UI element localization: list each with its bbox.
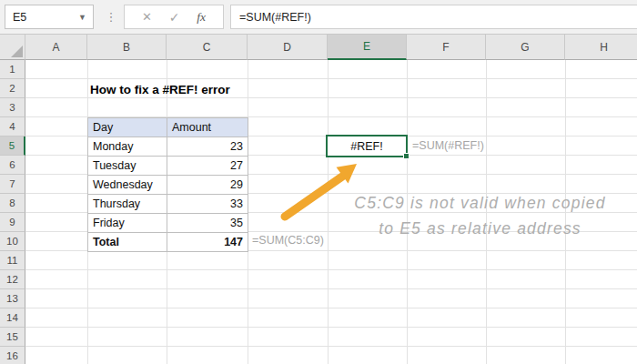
table-cell[interactable]: Day [88, 118, 167, 137]
name-box-value[interactable]: E5 [5, 11, 78, 24]
row-header-1[interactable]: 1 [0, 60, 25, 79]
name-box[interactable]: E5 ▼ [5, 5, 94, 29]
table-cell[interactable]: Total [88, 233, 167, 252]
formula-input-value: =SUM(#REF!) [231, 11, 311, 24]
select-all-corner[interactable] [0, 35, 25, 60]
column-header-b[interactable]: B [87, 35, 167, 60]
column-header-h[interactable]: H [565, 35, 637, 60]
row-header-16[interactable]: 16 [0, 347, 25, 364]
sheet-title[interactable]: How to fix a #REF! error [90, 80, 230, 99]
annotation-line2: to E5 as relative address [328, 219, 632, 238]
column-header-e[interactable]: E [328, 35, 407, 60]
row-header-14[interactable]: 14 [0, 308, 25, 328]
table-cell[interactable]: Monday [88, 137, 167, 157]
table-cell[interactable]: Thursday [88, 195, 167, 214]
table-cell[interactable]: Tuesday [88, 157, 167, 176]
row-header-2[interactable]: 2 [0, 79, 25, 98]
table-cell[interactable]: 147 [167, 233, 248, 252]
column-header-d[interactable]: D [248, 35, 328, 60]
table-cell[interactable]: Friday [88, 214, 167, 233]
row-headers: 12345678910111213141516 [0, 60, 25, 364]
formula-buttons: ✕ ✓ fx [124, 5, 224, 29]
data-table: DayAmountMonday23Tuesday27Wednesday29Thu… [87, 117, 248, 252]
formula-input[interactable]: =SUM(#REF!) [230, 5, 637, 29]
row-header-4[interactable]: 4 [0, 117, 25, 136]
table-cell[interactable]: Wednesday [88, 176, 167, 195]
column-header-a[interactable]: A [25, 35, 87, 60]
row-header-7[interactable]: 7 [0, 175, 25, 194]
row-header-13[interactable]: 13 [0, 289, 25, 308]
row-header-9[interactable]: 9 [0, 213, 25, 232]
insert-function-icon[interactable]: fx [197, 10, 206, 25]
formula-hint-total[interactable]: =SUM(C5:C9) [252, 231, 324, 250]
column-header-f[interactable]: F [407, 35, 486, 60]
name-box-dropdown-icon[interactable]: ▼ [78, 13, 93, 22]
row-header-11[interactable]: 11 [0, 251, 25, 270]
column-headers: ABCDEFGH [25, 35, 637, 60]
row-header-10[interactable]: 10 [0, 232, 25, 251]
row-header-5[interactable]: 5 [0, 136, 25, 156]
selected-cell-value: #REF! [350, 140, 382, 153]
select-all-triangle-icon [11, 46, 23, 57]
selected-cell-e5[interactable]: #REF! [326, 135, 408, 157]
table-cell[interactable]: 35 [167, 214, 248, 233]
row-header-15[interactable]: 15 [0, 328, 25, 347]
formula-hint-e5[interactable]: =SUM(#REF!) [412, 136, 484, 156]
annotation-arrow-icon [273, 158, 364, 227]
enter-icon[interactable]: ✓ [169, 10, 180, 25]
formula-bar-chrome: E5 ▼ ⋮ ✕ ✓ fx =SUM(#REF!) [0, 0, 637, 35]
table-cell[interactable]: 27 [167, 157, 248, 176]
drag-handle-dots-icon: ⋮ [104, 5, 118, 29]
table-cell[interactable]: 29 [167, 176, 248, 195]
annotation-line1: C5:C9 is not valid when copied [328, 194, 632, 213]
row-header-8[interactable]: 8 [0, 194, 25, 213]
table-cell[interactable]: Amount [167, 118, 248, 137]
table-cell[interactable]: 33 [167, 195, 248, 214]
row-header-6[interactable]: 6 [0, 156, 25, 175]
cancel-icon[interactable]: ✕ [142, 10, 152, 24]
fill-handle[interactable] [403, 153, 410, 159]
table-cell[interactable]: 23 [167, 137, 248, 157]
column-header-g[interactable]: G [486, 35, 565, 60]
row-header-12[interactable]: 12 [0, 270, 25, 289]
column-header-c[interactable]: C [167, 35, 248, 60]
row-header-3[interactable]: 3 [0, 98, 25, 117]
